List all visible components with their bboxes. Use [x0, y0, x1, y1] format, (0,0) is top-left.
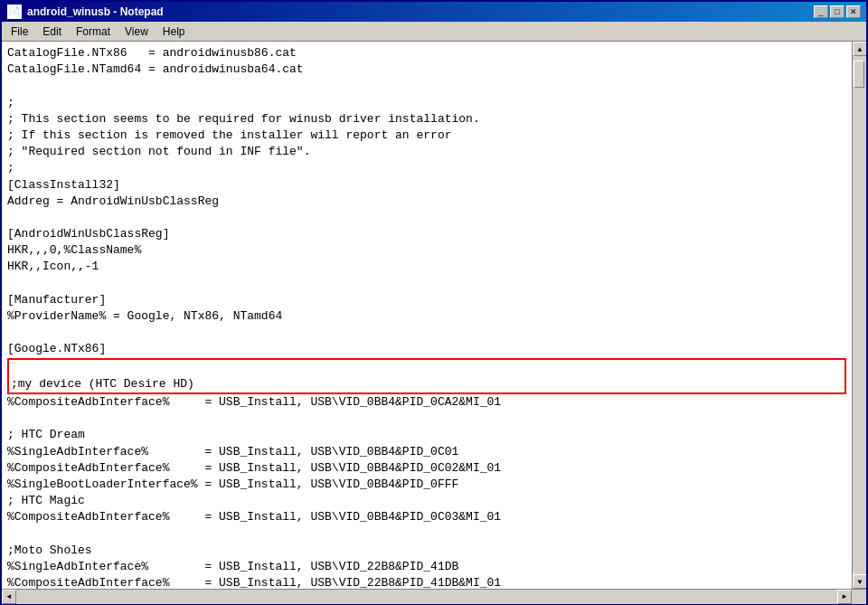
size-grip — [852, 590, 866, 604]
menu-file[interactable]: File — [4, 22, 35, 41]
menu-bar: File Edit Format View Help — [2, 22, 866, 42]
scroll-thumb-v[interactable] — [854, 61, 864, 88]
vertical-scrollbar[interactable]: ▲ ▼ — [852, 42, 866, 589]
scroll-track-v[interactable] — [853, 56, 866, 574]
scroll-track-h[interactable] — [16, 590, 837, 604]
app-icon: 📄 — [7, 5, 22, 19]
main-window: 📄 android_winusb - Notepad _ □ ✕ File Ed… — [0, 0, 868, 605]
close-button[interactable]: ✕ — [846, 5, 861, 18]
bottom-bar: ◄ ► — [2, 589, 866, 603]
scroll-up-button[interactable]: ▲ — [853, 42, 866, 56]
menu-format[interactable]: Format — [69, 22, 118, 41]
window-controls: _ □ ✕ — [814, 5, 861, 18]
menu-edit[interactable]: Edit — [35, 22, 69, 41]
menu-help[interactable]: Help — [156, 22, 193, 41]
menu-view[interactable]: View — [118, 22, 156, 41]
content-area: CatalogFile.NTx86 = androidwinusb86.cat … — [2, 42, 866, 589]
window-title: android_winusb - Notepad — [27, 5, 164, 18]
title-bar: 📄 android_winusb - Notepad _ □ ✕ — [2, 2, 866, 22]
text-editor[interactable]: CatalogFile.NTx86 = androidwinusb86.cat … — [2, 42, 852, 589]
minimize-button[interactable]: _ — [814, 5, 828, 18]
title-bar-left: 📄 android_winusb - Notepad — [7, 5, 164, 19]
scroll-right-button[interactable]: ► — [837, 590, 852, 604]
horizontal-scrollbar[interactable]: ◄ ► — [2, 590, 852, 604]
scroll-left-button[interactable]: ◄ — [2, 590, 16, 604]
scroll-down-button[interactable]: ▼ — [853, 574, 866, 589]
maximize-button[interactable]: □ — [830, 5, 844, 18]
